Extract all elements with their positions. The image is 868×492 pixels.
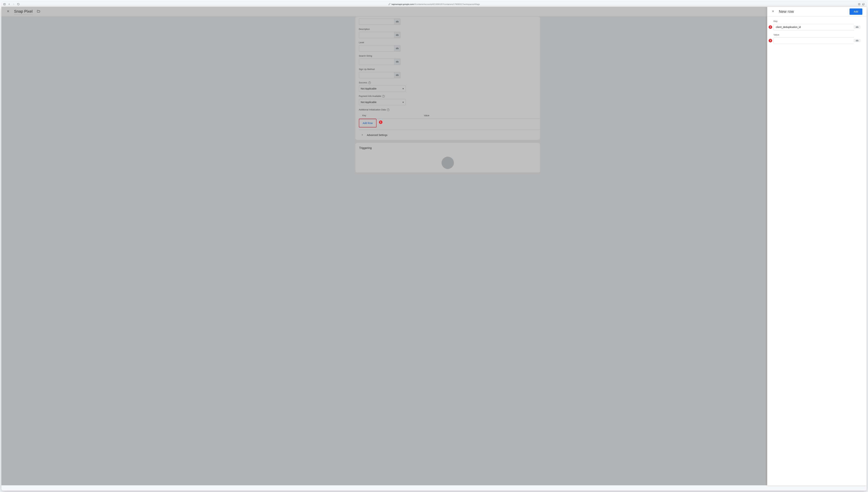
col-key: Key <box>362 114 424 117</box>
folder-icon[interactable] <box>37 9 40 14</box>
svg-rect-16 <box>396 61 397 63</box>
field-label-signup: Sign Up Method <box>359 68 536 71</box>
svg-rect-21 <box>398 75 399 76</box>
chevron-down-icon: ▾ <box>403 87 404 90</box>
description-input[interactable] <box>359 32 394 38</box>
svg-rect-17 <box>397 61 397 63</box>
variable-picker-icon[interactable] <box>394 72 401 78</box>
url-path: /#/container/accounts/6219581057/contain… <box>414 3 480 5</box>
select-value: Not Applicable <box>361 101 377 103</box>
url-bar[interactable]: tagmanager.google.com/#/container/accoun… <box>388 3 480 5</box>
chevron-down-icon: ▾ <box>403 101 404 103</box>
link-icon <box>388 3 390 5</box>
panel-header: New row Add <box>767 7 867 17</box>
col-value: Value <box>424 114 536 117</box>
triggering-card[interactable]: Triggering <box>355 143 540 172</box>
svg-rect-20 <box>397 74 397 76</box>
svg-rect-15 <box>398 48 399 49</box>
add-button[interactable]: Add <box>849 8 862 15</box>
table-header: Key Value <box>359 113 536 119</box>
tag-config-card: Description Level Search String <box>355 17 540 140</box>
text-input[interactable] <box>359 19 394 25</box>
svg-rect-26 <box>858 27 859 28</box>
new-row-panel: New row Add Key 2 Value 3 <box>767 7 867 485</box>
tag-config-body: Description Level Search String <box>1 17 867 485</box>
svg-rect-14 <box>397 47 397 49</box>
field-label-additional: Additional Initialization Data ? <box>359 108 536 111</box>
help-icon[interactable]: ? <box>382 95 385 98</box>
svg-rect-27 <box>856 40 857 42</box>
callout-badge-3: 3 <box>769 39 772 42</box>
svg-rect-28 <box>857 40 858 41</box>
close-icon[interactable] <box>771 10 775 14</box>
close-icon[interactable] <box>6 9 10 14</box>
svg-rect-10 <box>396 34 397 36</box>
forward-icon <box>13 3 15 5</box>
search-string-input[interactable] <box>359 58 394 65</box>
variable-picker-icon[interactable] <box>394 19 401 25</box>
variable-picker-icon[interactable] <box>854 26 860 28</box>
tag-editor-header: Snap Pixel <box>1 7 867 17</box>
browser-toolbar: tagmanager.google.com/#/container/accoun… <box>2 2 866 7</box>
callout-badge-1: 1 <box>379 120 383 124</box>
svg-rect-7 <box>396 21 397 23</box>
svg-rect-19 <box>396 75 397 76</box>
select-value: Not Applicable <box>361 87 377 90</box>
svg-rect-12 <box>398 34 399 36</box>
tabs-icon[interactable] <box>862 3 865 5</box>
sidebar-toggle-icon[interactable] <box>3 3 6 5</box>
payment-label-text: Payment Info Available <box>359 95 381 97</box>
success-select[interactable]: Not Applicable ▾ <box>359 85 406 92</box>
svg-rect-0 <box>4 3 6 5</box>
payment-select[interactable]: Not Applicable ▾ <box>359 99 406 105</box>
variable-picker-icon[interactable] <box>394 45 401 51</box>
key-label: Key <box>774 20 860 23</box>
chevron-right-icon <box>361 133 363 137</box>
trigger-placeholder-icon <box>441 157 454 169</box>
svg-rect-11 <box>397 34 397 36</box>
svg-rect-4 <box>863 3 864 5</box>
advanced-settings-row[interactable]: Advanced Settings <box>359 130 536 138</box>
field-label-search-string: Search String <box>359 55 536 57</box>
help-icon[interactable]: ? <box>387 108 389 111</box>
triggering-title: Triggering <box>359 146 536 150</box>
svg-rect-9 <box>398 21 399 23</box>
reload-icon[interactable] <box>17 3 20 5</box>
signup-input[interactable] <box>359 72 394 78</box>
value-input[interactable] <box>774 38 854 44</box>
field-label-success: Success ? <box>359 81 536 84</box>
add-row-button[interactable]: Add Row <box>359 120 376 126</box>
additional-label-text: Additional Initialization Data <box>359 108 386 111</box>
level-input[interactable] <box>359 45 394 51</box>
back-icon[interactable] <box>8 3 10 5</box>
advanced-settings-label: Advanced Settings <box>367 133 388 137</box>
variable-picker-icon[interactable] <box>394 32 401 38</box>
key-input[interactable] <box>774 24 854 30</box>
variable-picker-icon[interactable] <box>854 39 860 42</box>
variable-picker-icon[interactable] <box>394 58 401 65</box>
success-label-text: Success <box>359 81 367 84</box>
svg-rect-24 <box>856 27 857 28</box>
svg-rect-29 <box>858 40 859 42</box>
help-icon[interactable]: ? <box>368 81 371 84</box>
svg-rect-18 <box>398 61 399 63</box>
field-label-description: Description <box>359 28 536 30</box>
value-label: Value <box>774 33 860 36</box>
svg-rect-13 <box>396 48 397 49</box>
svg-rect-25 <box>857 26 858 28</box>
callout-badge-2: 2 <box>769 25 772 29</box>
add-row-highlight: Add Row <box>359 119 377 127</box>
svg-rect-8 <box>397 21 397 22</box>
share-icon[interactable] <box>858 3 861 5</box>
field-label-payment: Payment Info Available ? <box>359 95 536 98</box>
url-host: tagmanager.google.com <box>391 3 414 5</box>
panel-title: New row <box>779 9 845 14</box>
field-label-level: Level <box>359 41 536 44</box>
tag-title[interactable]: Snap Pixel <box>14 9 32 14</box>
field-row-blank <box>359 19 536 25</box>
